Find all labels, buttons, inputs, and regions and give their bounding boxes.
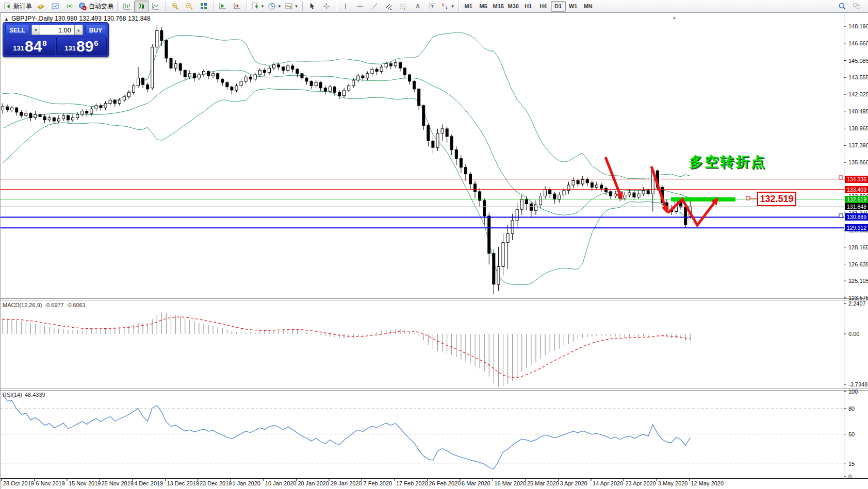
timeframe-m5-button[interactable]: M5 [476, 1, 491, 12]
svg-text:13 Dec 2019: 13 Dec 2019 [167, 480, 199, 486]
text-box-button[interactable]: T [425, 1, 439, 12]
zoom-out-button[interactable] [182, 1, 196, 12]
timeframe-m15-button[interactable]: M15 [491, 1, 506, 12]
timeframe-w1-button[interactable]: W1 [566, 1, 581, 12]
horizontal-line-button[interactable] [353, 1, 367, 12]
arrows-button[interactable]: ▼ [439, 1, 456, 12]
svg-text:17 Feb 2020: 17 Feb 2020 [396, 480, 428, 486]
crosshair-button[interactable] [319, 1, 334, 12]
ohlc-open: 130.980 [55, 15, 77, 22]
sell-button[interactable]: SELL [5, 25, 29, 35]
timeframe-m1-button[interactable]: M1 [461, 1, 476, 12]
price-tag-134-335: 134.335 [845, 176, 868, 183]
new-chart-button[interactable]: ▼ [249, 1, 266, 12]
buy-price-prefix: 131 [64, 44, 76, 52]
svg-text:10 Jan 2020: 10 Jan 2020 [265, 480, 297, 486]
chat-button[interactable] [849, 1, 864, 12]
svg-text:29 Jan 2020: 29 Jan 2020 [331, 480, 362, 486]
toolbar-separator [165, 2, 166, 11]
svg-text:140.495: 140.495 [848, 108, 868, 114]
autotrading-button[interactable]: 自动交易 [77, 1, 115, 12]
panel-collapse-icon[interactable]: ▲ [4, 16, 9, 22]
svg-text:142.025: 142.025 [848, 91, 868, 97]
fibonacci-button[interactable]: F [396, 1, 411, 12]
svg-text:123.575: 123.575 [848, 295, 868, 301]
svg-text:148.190: 148.190 [848, 23, 868, 29]
toolbar-separator [213, 2, 214, 11]
tile-windows-button[interactable] [196, 1, 211, 12]
data-window-icon[interactable] [48, 1, 62, 12]
svg-text:80: 80 [848, 406, 855, 412]
timeframe-h1-button[interactable]: H1 [521, 1, 536, 12]
toolbar-separator [302, 2, 303, 11]
market-watch-icon[interactable] [34, 1, 48, 12]
level-132519-label[interactable]: 132.519 [757, 192, 796, 206]
dropdown-caret-icon[interactable]: ▼ [294, 4, 299, 9]
trendline-button[interactable] [367, 1, 382, 12]
toolbar-separator [458, 2, 459, 11]
sell-price-display[interactable]: 131 84 8 [5, 37, 55, 55]
chart-area[interactable]: 148.190146.660145.085143.555142.025140.4… [0, 0, 868, 489]
toolbar: 新订单自动交易▼▼▼EFAT▼M1M5M15M30H1H4D1W1MN [0, 0, 868, 13]
dropdown-caret-icon[interactable]: ▼ [260, 4, 265, 9]
svg-text:20 Jan 2020: 20 Jan 2020 [298, 480, 330, 486]
svg-text:143.555: 143.555 [848, 74, 868, 80]
macd-indicator-label: MACD(12,26,9)-0.6977-0.6061 [3, 302, 88, 308]
buy-price-display[interactable]: 131 89 6 [56, 37, 107, 55]
zoom-in-button[interactable] [168, 1, 182, 12]
svg-text:128.165: 128.165 [848, 244, 868, 250]
svg-text:28 Oct 2019: 28 Oct 2019 [3, 480, 34, 486]
svg-text:0.00: 0.00 [848, 331, 859, 337]
vertical-line-button[interactable] [338, 1, 353, 12]
chart-shift-button[interactable] [230, 1, 244, 12]
macd-name: MACD(12,26,9) [3, 302, 42, 308]
turning-point-annotation[interactable]: 多空转折点 [689, 153, 766, 171]
timeframe-m30-button[interactable]: M30 [506, 1, 521, 12]
auto-scroll-button[interactable] [216, 1, 230, 12]
price-tag-129-912: 129.912 [845, 224, 868, 231]
periods-button[interactable]: ▼ [266, 1, 283, 12]
dropdown-caret-icon[interactable]: ▼ [451, 4, 455, 9]
new-order-button[interactable]: 新订单 [2, 1, 34, 12]
svg-text:25 Mar 2020: 25 Mar 2020 [527, 480, 559, 486]
timeframe-d1-button[interactable]: D1 [551, 1, 566, 12]
volume-increase-button[interactable]: ▲ [74, 25, 83, 35]
svg-text:1 Jan 2020: 1 Jan 2020 [233, 480, 260, 486]
svg-text:137.390: 137.390 [848, 142, 868, 148]
volume-input[interactable] [40, 25, 74, 35]
bar-chart-button[interactable] [120, 1, 134, 12]
svg-text:F: F [404, 7, 406, 10]
svg-text:T: T [431, 4, 434, 9]
autotrading-button-label: 自动交易 [89, 2, 113, 11]
candlestick-button[interactable] [134, 1, 149, 12]
svg-text:25 Nov 2019: 25 Nov 2019 [102, 480, 134, 486]
svg-text:50: 50 [848, 431, 855, 437]
cursor-button[interactable] [305, 1, 319, 12]
signals-icon[interactable] [62, 1, 77, 12]
macd-signal-value: -0.6061 [67, 302, 86, 308]
timeframe-mn-button[interactable]: MN [581, 1, 596, 12]
price-tag-132-519: 132.519 [845, 196, 868, 203]
rsi-value: 48.4339 [25, 392, 45, 398]
buy-button[interactable]: BUY [85, 25, 106, 35]
line-chart-button[interactable] [149, 1, 163, 12]
rsi-indicator-label: RSI(14)48.4339 [3, 392, 48, 398]
search-button[interactable] [835, 1, 849, 12]
one-click-trade-panel: SELL ▼ ▲ BUY 131 84 8 131 89 6 [3, 22, 109, 57]
new-order-button-label: 新订单 [13, 2, 32, 11]
timeframe-h4-button[interactable]: H4 [536, 1, 551, 12]
indicators-button[interactable]: ▼ [283, 1, 300, 12]
dropdown-caret-icon[interactable]: ▼ [277, 4, 282, 9]
equidistant-channel-button[interactable]: E [382, 1, 396, 12]
svg-text:0: 0 [848, 474, 851, 480]
text-label-button[interactable]: A [411, 1, 425, 12]
toolbar-right-icons [835, 1, 864, 12]
volume-decrease-button[interactable]: ▼ [31, 25, 40, 35]
chart-shift-marker: ▲ [672, 15, 677, 20]
chart-symbol-period: GBPJPY-,Daily [11, 15, 53, 22]
price-tag-130-889: 130.889 [845, 213, 868, 221]
svg-text:3 Apr 2020: 3 Apr 2020 [560, 480, 587, 486]
chart-canvas[interactable]: 148.190146.660145.085143.555142.025140.4… [1, 0, 868, 489]
ohlc-close: 131.848 [128, 15, 150, 22]
buy-price-sup: 6 [94, 39, 98, 47]
